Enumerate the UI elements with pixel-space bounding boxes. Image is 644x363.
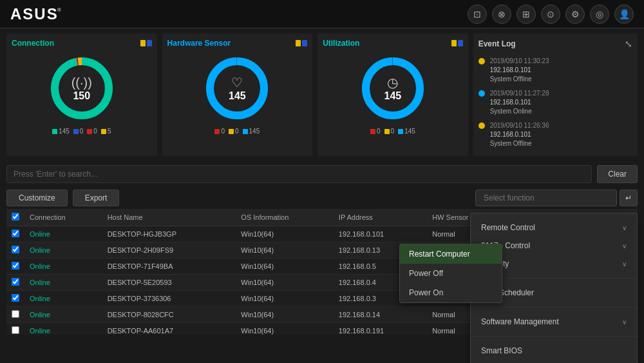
hw-legend-yellow: 0 [229,128,239,135]
export-button[interactable]: Export [73,190,120,206]
user-icon[interactable]: 👤 [614,5,634,24]
row-host-2: DESKTOP-71F49BA [102,259,236,275]
event-ip-1: 192.168.0.101 [490,66,549,75]
network-icon[interactable]: ⊙ [541,5,560,24]
heart-icon: ♡ [229,75,246,90]
row-connection-1: Online [24,242,102,259]
util-value: 145 [384,90,402,102]
dropdown-smart-bios[interactable]: Smart BIOS [471,342,637,360]
bar-yellow-util [451,40,457,46]
ctx-power-off[interactable]: Power Off [400,264,502,283]
util-legend-blue: 145 [398,128,415,135]
customize-button[interactable]: Customize [6,190,68,206]
row-connection-4: Online [24,291,102,307]
row-connection-5: Online [24,307,102,323]
connection-legend: 145 0 0 5 [52,128,111,135]
event-timestamp-2: 2019/09/10 11:27:28 [490,89,549,98]
hw-icon-bar [296,40,307,46]
event-log-title: Event Log [478,39,516,48]
select-enter-button[interactable]: ↵ [620,190,638,206]
legend-green-val: 145 [59,128,70,135]
speedometer-icon: ◷ [384,75,402,90]
row-connection-0: Online [24,226,102,242]
legend-blue: 0 [73,128,84,135]
row-os-1: Win10(64) [236,242,333,259]
event-entry-3: 2019/09/10 11:26:36 192.168.0.101 System… [478,121,632,148]
row-checkbox-0[interactable] [12,230,19,237]
legend-yellow-val: 5 [108,128,111,135]
bar-yellow-hw [296,40,301,46]
dot-red [87,129,92,134]
event-text-2: 2019/09/10 11:27:28 192.168.0.101 System… [490,89,549,116]
col-hostname: Host Name [102,209,236,226]
dot-green [52,129,57,134]
clear-button[interactable]: Clear [597,165,638,183]
col-checkbox [6,209,24,226]
event-status-2: System Online [490,107,549,116]
row-host-3: DESKTOP-5E20593 [102,275,236,291]
hw-legend-red: 0 [214,128,225,135]
util-red-val: 0 [377,128,381,135]
hardware-sensor-title: Hardware Sensor [167,39,231,48]
col-connection: Connection [24,209,102,226]
event-dot-1 [478,58,485,64]
hw-yellow-val: 0 [235,128,239,135]
monitor-icon[interactable]: ⊡ [468,5,487,24]
grid-icon[interactable]: ⊞ [516,5,536,24]
row-host-0: DESKTOP-HGJB3GP [102,226,236,242]
row-checkbox-1[interactable] [12,246,19,253]
row-checkbox-5[interactable] [12,310,19,318]
row-connection-2: Online [24,259,102,275]
row-os-6: Win10(64) [236,323,333,335]
chevron-icon-4: ∨ [622,319,627,326]
util-yellow-val: 0 [391,128,395,135]
toolbar-left: Customize Export [6,190,119,206]
dropdown-software-management[interactable]: Software Management ∨ [471,313,637,331]
util-legend-yellow: 0 [384,128,395,135]
row-host-5: DESKTOP-8028CFC [102,307,236,323]
row-host-1: DESKTOP-2H09FS9 [102,242,236,259]
event-status-1: System Offline [490,75,549,84]
circle-gear-icon[interactable]: ◎ [590,5,609,24]
row-checkbox-cell-4 [6,291,24,307]
legend-yellow: 5 [101,128,111,135]
dot-blue [73,129,79,134]
dot-yellow [101,129,106,134]
hw-donut: ♡ 145 [202,53,272,124]
disk-icon[interactable]: ⊗ [492,5,511,24]
search-bar: Clear [0,161,644,187]
bar-yellow [140,40,146,46]
util-icon-bar [451,40,463,46]
col-os: OS Information [236,209,333,226]
ctx-power-on[interactable]: Power On [400,283,502,302]
svg-text:ASUS: ASUS [10,5,59,23]
event-text-1: 2019/09/10 11:30:23 192.168.0.101 System… [490,57,549,84]
hw-center: ♡ 145 [229,75,246,102]
chevron-icon-2: ∨ [622,242,627,250]
header-icons: ⊡ ⊗ ⊞ ⊙ ⚙ ◎ 👤 [468,5,634,24]
gear-icon[interactable]: ⚙ [565,5,585,24]
util-blue-val: 145 [404,128,415,135]
row-ip-6: 192.168.0.191 [334,323,427,335]
row-os-0: Win10(64) [236,226,333,242]
row-checkbox-cell-5 [6,307,24,323]
row-checkbox-2[interactable] [12,262,19,270]
dropdown-remote-control[interactable]: Remote Control ∨ [471,219,637,237]
row-checkbox-6[interactable] [12,326,19,334]
row-checkbox-3[interactable] [12,278,19,286]
connection-donut-container: ((·)) 150 145 0 0 5 [12,53,152,135]
search-input[interactable] [6,165,592,183]
select-all-checkbox[interactable] [12,213,19,221]
row-checkbox-4[interactable] [12,294,19,302]
hw-legend: 0 0 145 [214,128,260,135]
hw-value: 145 [229,90,246,102]
col-ip: IP Address [334,209,427,226]
event-log-panel: Event Log ⤡ 2019/09/10 11:30:23 192.168.… [473,34,638,156]
row-os-3: Win10(64) [236,275,333,291]
row-checkbox-cell-2 [6,259,24,275]
expand-icon[interactable]: ⤡ [625,39,632,49]
select-function-input[interactable] [475,190,617,206]
header: ASUS ® ⊡ ⊗ ⊞ ⊙ ⚙ ◎ 👤 [0,0,644,28]
row-checkbox-cell-6 [6,323,24,335]
ctx-restart-computer[interactable]: Restart Computer [400,244,502,264]
